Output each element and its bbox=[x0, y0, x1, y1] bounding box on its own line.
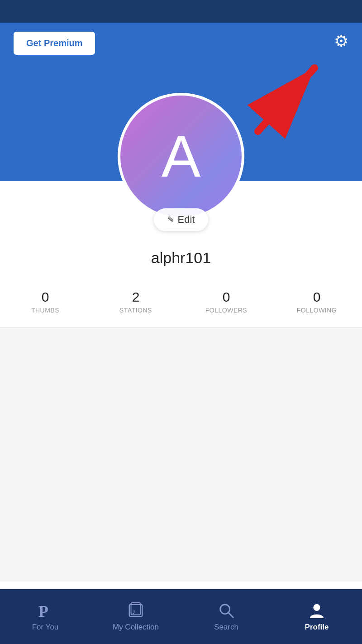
profile-label: Profile bbox=[305, 623, 329, 632]
avatar: A bbox=[118, 93, 244, 220]
nav-item-search[interactable]: Search bbox=[181, 597, 272, 636]
svg-text:P: P bbox=[38, 602, 48, 619]
followers-label: FOLLOWERS bbox=[205, 307, 247, 314]
svg-point-8 bbox=[313, 604, 320, 610]
annotation-arrow bbox=[244, 59, 335, 142]
thumbs-count: 0 bbox=[42, 289, 49, 305]
username: alphr101 bbox=[151, 249, 211, 267]
nav-item-profile[interactable]: Profile bbox=[272, 597, 362, 636]
for-you-label: For You bbox=[32, 623, 59, 632]
avatar-letter: A bbox=[162, 122, 201, 190]
search-label: Search bbox=[214, 623, 238, 632]
edit-label: Edit bbox=[178, 214, 195, 226]
bottom-nav: P For You ♪ My Collection Search Profile bbox=[0, 589, 362, 644]
search-icon bbox=[218, 602, 235, 619]
svg-line-7 bbox=[229, 612, 233, 617]
header-section: Get Premium ⚙ A ✎ Edit bbox=[0, 23, 362, 181]
stations-count: 2 bbox=[132, 289, 140, 305]
settings-icon[interactable]: ⚙ bbox=[334, 32, 348, 51]
stat-stations: 2 STATIONS bbox=[90, 289, 181, 314]
my-collection-icon: ♪ bbox=[127, 602, 144, 619]
avatar-wrapper: A ✎ Edit bbox=[118, 93, 244, 231]
stations-label: STATIONS bbox=[119, 307, 152, 314]
for-you-icon: P bbox=[37, 602, 54, 619]
stats-row: 0 THUMBS 2 STATIONS 0 FOLLOWERS 0 FOLLOW… bbox=[0, 280, 362, 328]
status-bar bbox=[0, 0, 362, 23]
nav-item-for-you[interactable]: P For You bbox=[0, 597, 90, 636]
svg-text:♪: ♪ bbox=[132, 607, 136, 615]
get-premium-button[interactable]: Get Premium bbox=[14, 32, 95, 55]
stat-thumbs: 0 THUMBS bbox=[0, 289, 90, 314]
edit-profile-button[interactable]: ✎ Edit bbox=[154, 208, 209, 231]
svg-line-1 bbox=[258, 68, 314, 131]
thumbs-label: THUMBS bbox=[31, 307, 59, 314]
stat-followers: 0 FOLLOWERS bbox=[181, 289, 272, 314]
my-collection-label: My Collection bbox=[113, 623, 159, 632]
stat-following: 0 FOLLOWING bbox=[272, 289, 362, 314]
following-label: FOLLOWING bbox=[297, 307, 337, 314]
edit-icon: ✎ bbox=[167, 215, 174, 225]
followers-count: 0 bbox=[223, 289, 230, 305]
empty-content-area bbox=[0, 328, 362, 582]
following-count: 0 bbox=[313, 289, 321, 305]
content-section: alphr101 0 THUMBS 2 STATIONS 0 FOLLOWERS… bbox=[0, 181, 362, 591]
profile-icon bbox=[308, 602, 325, 619]
nav-item-my-collection[interactable]: ♪ My Collection bbox=[90, 597, 181, 636]
